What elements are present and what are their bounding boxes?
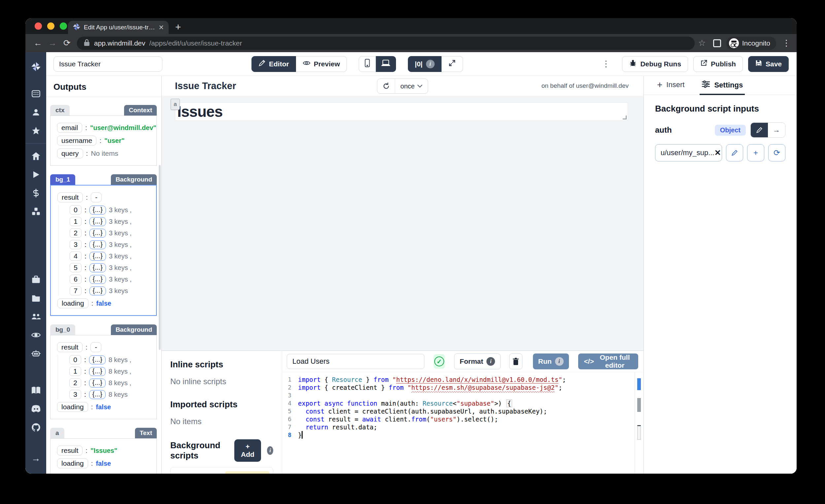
maximize-window-button[interactable] bbox=[60, 22, 67, 30]
output-row[interactable]: username:"user" bbox=[57, 136, 154, 146]
object-pill[interactable]: {...} bbox=[89, 206, 106, 215]
result-index[interactable]: 5 bbox=[70, 263, 81, 272]
editor-scrollbar[interactable] bbox=[637, 425, 641, 440]
result-index[interactable]: 2 bbox=[69, 378, 81, 387]
result-index[interactable]: 0 bbox=[70, 205, 81, 215]
tab-search-icon[interactable] bbox=[713, 39, 721, 47]
tab-close-icon[interactable]: ✕ bbox=[158, 23, 164, 31]
output-key[interactable]: result bbox=[57, 193, 83, 202]
resize-handle[interactable] bbox=[623, 116, 627, 120]
output-id-badge[interactable]: a bbox=[50, 428, 64, 438]
result-index[interactable]: 6 bbox=[70, 275, 81, 284]
output-key[interactable]: loading bbox=[57, 298, 88, 308]
object-pill[interactable]: {...} bbox=[89, 367, 105, 376]
edit-resource-button[interactable] bbox=[726, 144, 743, 161]
code-line[interactable]: 6 const result = await client.from("user… bbox=[282, 415, 644, 423]
address-bar[interactable]: app.windmill.dev /apps/edit/u/user/issue… bbox=[77, 37, 695, 50]
connect-input-button[interactable]: → bbox=[768, 123, 785, 137]
resource-picker-input[interactable]: u/user/my_sup... ✕ bbox=[655, 144, 722, 161]
output-key[interactable]: result bbox=[57, 446, 82, 455]
sidebar-item-user[interactable] bbox=[25, 103, 46, 122]
refresh-mode-select[interactable]: once bbox=[395, 79, 428, 93]
result-index[interactable]: 1 bbox=[69, 367, 81, 376]
code-line[interactable]: 3 bbox=[282, 391, 644, 400]
output-row[interactable]: result:- bbox=[57, 193, 153, 202]
code-line[interactable]: 1import { Resource } from "https://deno.… bbox=[282, 376, 644, 383]
refresh-icon[interactable] bbox=[377, 79, 395, 93]
sidebar-item-folders[interactable] bbox=[25, 289, 46, 307]
back-icon[interactable]: ← bbox=[31, 38, 45, 48]
tab-insert[interactable]: + Insert bbox=[657, 80, 684, 95]
code-line[interactable]: 5 const client = createClient(auth.supab… bbox=[282, 407, 644, 415]
output-row[interactable]: loading:false bbox=[57, 402, 154, 412]
result-item[interactable]: 3:{...}8 keys bbox=[69, 390, 154, 399]
result-item[interactable]: 0:{...}3 keys , bbox=[70, 205, 153, 215]
sidebar-item-workers[interactable] bbox=[25, 344, 46, 363]
save-button[interactable]: Save bbox=[748, 56, 789, 72]
result-index[interactable]: 4 bbox=[70, 251, 81, 261]
output-key[interactable]: loading bbox=[57, 458, 88, 469]
output-row[interactable]: query:No items bbox=[57, 149, 154, 158]
output-row[interactable]: loading:false bbox=[57, 458, 154, 469]
result-index[interactable]: 2 bbox=[70, 228, 81, 238]
result-index[interactable]: 0 bbox=[69, 355, 81, 364]
object-pill[interactable]: {...} bbox=[89, 229, 106, 238]
object-pill[interactable]: {...} bbox=[89, 252, 106, 261]
object-pill[interactable]: {...} bbox=[89, 275, 106, 284]
output-row[interactable]: result:- bbox=[57, 342, 154, 352]
component-id-tag[interactable]: a bbox=[171, 99, 180, 110]
output-row[interactable]: result:"Issues" bbox=[57, 446, 154, 455]
output-row[interactable]: loading:false bbox=[57, 298, 153, 308]
result-index[interactable]: 3 bbox=[69, 390, 81, 399]
run-button[interactable]: Run i bbox=[533, 354, 569, 369]
desktop-view-button[interactable] bbox=[376, 56, 396, 72]
result-index[interactable]: 7 bbox=[70, 286, 81, 295]
code-line[interactable]: 8} bbox=[282, 431, 644, 439]
app-canvas[interactable]: a Issues bbox=[162, 96, 644, 351]
format-button[interactable]: Format i bbox=[454, 354, 501, 369]
browser-tab[interactable]: Edit App u/user/issue-tracker | ✕ bbox=[68, 21, 169, 34]
windmill-logo-icon[interactable] bbox=[25, 57, 46, 76]
github-icon[interactable] bbox=[25, 418, 46, 437]
delete-script-button[interactable] bbox=[509, 354, 522, 369]
add-resource-button[interactable]: + bbox=[747, 144, 764, 161]
discord-icon[interactable] bbox=[25, 400, 46, 418]
fullscreen-button[interactable] bbox=[442, 56, 463, 72]
code-line[interactable]: 7 return result.data; bbox=[282, 423, 644, 431]
output-key[interactable]: loading bbox=[57, 402, 88, 412]
mobile-view-button[interactable] bbox=[359, 56, 376, 72]
reload-icon[interactable]: ⟳ bbox=[60, 38, 74, 48]
code-line[interactable]: 2import { createClient } from "https://e… bbox=[282, 383, 644, 391]
clear-icon[interactable]: ✕ bbox=[715, 148, 721, 157]
object-pill[interactable]: {...} bbox=[89, 264, 106, 272]
browser-menu-icon[interactable]: ⋮ bbox=[781, 38, 791, 48]
new-tab-button[interactable]: + bbox=[175, 21, 181, 33]
sidebar-expand-icon[interactable]: → bbox=[25, 449, 46, 468]
minimize-window-button[interactable] bbox=[47, 22, 55, 30]
result-item[interactable]: 4:{...}3 keys , bbox=[70, 251, 153, 261]
output-id-badge[interactable]: ctx bbox=[50, 105, 70, 116]
bookmark-star-icon[interactable]: ☆ bbox=[698, 38, 705, 48]
object-pill[interactable]: {...} bbox=[89, 390, 105, 399]
forward-icon[interactable]: → bbox=[45, 38, 60, 48]
editor-mode-button[interactable]: Editor bbox=[251, 56, 296, 72]
collapse-toggle[interactable]: - bbox=[90, 342, 101, 352]
sidebar-item-runs[interactable] bbox=[25, 165, 46, 184]
object-pill[interactable]: {...} bbox=[89, 378, 105, 387]
result-item[interactable]: 1:{...}3 keys , bbox=[70, 217, 153, 226]
result-item[interactable]: 7:{...}3 keys bbox=[70, 286, 153, 295]
script-name-input[interactable] bbox=[287, 354, 424, 369]
output-row[interactable]: email:"user@windmill.dev" bbox=[57, 123, 154, 133]
object-pill[interactable]: {...} bbox=[89, 355, 105, 364]
output-key[interactable]: email bbox=[57, 123, 82, 133]
text-component[interactable]: a Issues bbox=[175, 102, 628, 121]
publish-button[interactable]: Publish bbox=[693, 56, 743, 72]
sidebar-item-docs[interactable] bbox=[25, 381, 46, 400]
result-item[interactable]: 5:{...}3 keys , bbox=[70, 263, 153, 272]
output-id-badge[interactable]: bg_1 bbox=[50, 174, 75, 185]
sidebar-item-favorites[interactable] bbox=[25, 122, 46, 140]
object-pill[interactable]: {...} bbox=[89, 286, 106, 295]
output-key[interactable]: query bbox=[57, 149, 83, 158]
object-pill[interactable]: {...} bbox=[89, 217, 106, 226]
sidebar-item-schedules[interactable] bbox=[25, 270, 46, 289]
